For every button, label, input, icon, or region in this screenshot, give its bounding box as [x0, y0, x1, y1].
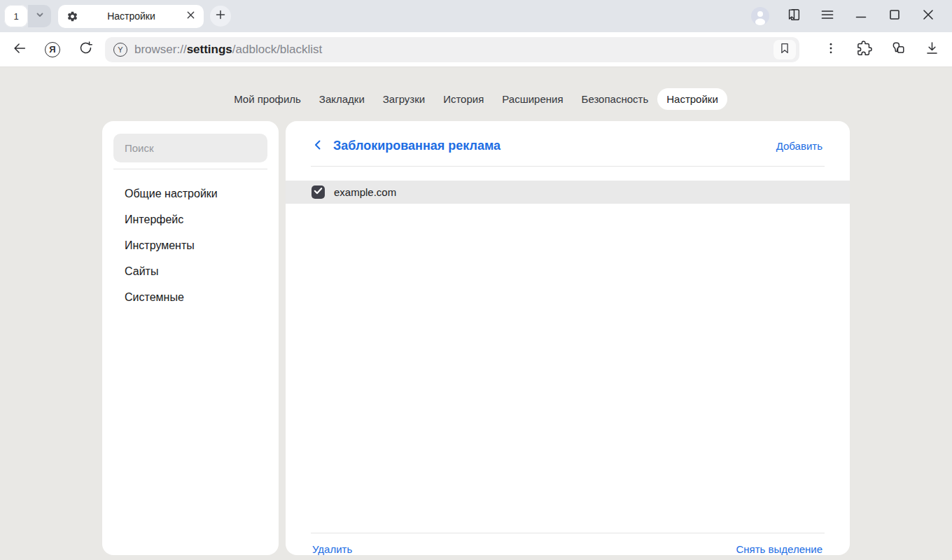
nav-tab-security[interactable]: Безопасность	[573, 88, 658, 110]
new-tab-button[interactable]	[210, 6, 231, 27]
add-site-button[interactable]: Добавить	[776, 140, 822, 152]
collections-icon	[890, 41, 906, 59]
url-host: settings	[187, 43, 232, 56]
settings-page: Мой профиль Закладки Загрузки История Ра…	[0, 67, 952, 560]
tab-close-button[interactable]	[184, 10, 197, 22]
window-maximize-button[interactable]	[885, 6, 904, 26]
back-button[interactable]	[9, 39, 30, 60]
toolbar-menu-button[interactable]	[820, 39, 842, 60]
settings-nav: Мой профиль Закладки Загрузки История Ра…	[0, 67, 952, 110]
reload-button[interactable]	[75, 39, 96, 60]
blocked-domain: example.com	[334, 186, 396, 198]
profile-avatar-button[interactable]	[750, 6, 770, 26]
browser-menu-button[interactable]	[818, 6, 837, 26]
blocked-ads-panel: Заблокированная реклама Добавить example…	[286, 121, 850, 555]
row-checkbox[interactable]	[312, 186, 325, 199]
add-bookmark-button[interactable]	[774, 40, 796, 59]
tab-counter[interactable]: 1	[4, 5, 51, 27]
bookmarks-panel-button[interactable]	[784, 6, 804, 26]
settings-panels: Общие настройки Интерфейс Инструменты Са…	[0, 121, 952, 555]
nav-tab-history[interactable]: История	[434, 88, 493, 110]
tab-list-chevron[interactable]	[28, 5, 51, 27]
protect-icon[interactable]: Y	[113, 43, 127, 57]
sidebar-items: Общие настройки Интерфейс Инструменты Са…	[102, 181, 279, 310]
maximize-icon	[888, 8, 901, 24]
minimize-icon	[855, 8, 867, 24]
yandex-logo-icon: Я	[45, 42, 60, 57]
nav-tab-downloads[interactable]: Загрузки	[374, 88, 434, 110]
tab-count[interactable]: 1	[4, 5, 28, 27]
nav-tab-bookmarks[interactable]: Закладки	[310, 88, 374, 110]
sidebar-divider	[113, 169, 267, 169]
blacklist: example.com	[286, 181, 850, 533]
address-bar[interactable]: Y browser://settings/adblock/blacklist	[105, 37, 799, 62]
delete-button[interactable]: Удалить	[312, 543, 352, 555]
url-text: browser://settings/adblock/blacklist	[134, 43, 322, 57]
checkmark-icon	[312, 184, 325, 200]
panel-header: Заблокированная реклама Добавить	[286, 121, 850, 153]
plus-icon	[215, 9, 226, 23]
sidebar-item-general[interactable]: Общие настройки	[102, 181, 279, 206]
settings-search-input[interactable]	[113, 134, 267, 162]
window-minimize-button[interactable]	[851, 6, 871, 26]
sidebar-item-tools[interactable]: Инструменты	[102, 232, 279, 258]
avatar	[751, 7, 769, 25]
kebab-menu-icon	[824, 41, 838, 58]
browser-toolbar: Я Y browser://settings/adblock/blacklist	[0, 32, 952, 67]
downloads-button[interactable]	[920, 39, 943, 60]
settings-sidebar: Общие настройки Интерфейс Инструменты Са…	[102, 121, 279, 555]
page-title: Заблокированная реклама	[333, 139, 500, 153]
window-close-button[interactable]	[918, 6, 938, 26]
chevron-left-icon	[312, 139, 323, 153]
tab-title: Настройки	[78, 10, 184, 22]
reload-icon	[78, 41, 93, 58]
close-icon	[922, 8, 934, 24]
nav-tab-profile[interactable]: Мой профиль	[225, 88, 310, 110]
close-icon	[186, 10, 195, 22]
chevron-down-icon	[34, 9, 46, 23]
sidebar-item-sites[interactable]: Сайты	[102, 258, 279, 284]
hamburger-menu-icon	[820, 8, 834, 24]
puzzle-icon	[857, 41, 872, 59]
collections-button[interactable]	[887, 39, 909, 60]
panel-footer: Удалить Снять выделение	[286, 533, 850, 555]
extensions-button[interactable]	[853, 39, 876, 60]
nav-tab-extensions[interactable]: Расширения	[493, 88, 572, 110]
bookmark-icon	[778, 42, 791, 57]
download-icon	[925, 41, 939, 58]
yandex-home-button[interactable]: Я	[42, 39, 63, 60]
sidebar-item-interface[interactable]: Интерфейс	[102, 206, 279, 232]
blacklist-row[interactable]: example.com	[286, 181, 850, 204]
url-path: /adblock/blacklist	[232, 43, 323, 56]
nav-tab-settings[interactable]: Настройки	[657, 88, 727, 110]
bookmarks-panel-icon	[786, 7, 802, 25]
sidebar-item-system[interactable]: Системные	[102, 284, 279, 310]
deselect-button[interactable]: Снять выделение	[736, 543, 822, 555]
gear-icon	[66, 10, 78, 22]
browser-tab-settings[interactable]: Настройки	[58, 5, 204, 28]
header-divider	[311, 166, 825, 167]
panel-back-button[interactable]	[312, 139, 323, 153]
sidebar-search	[113, 134, 267, 162]
window-tab-bar: 1 Настройки	[0, 0, 952, 32]
back-arrow-icon	[12, 41, 27, 59]
url-scheme: browser://	[134, 43, 187, 56]
